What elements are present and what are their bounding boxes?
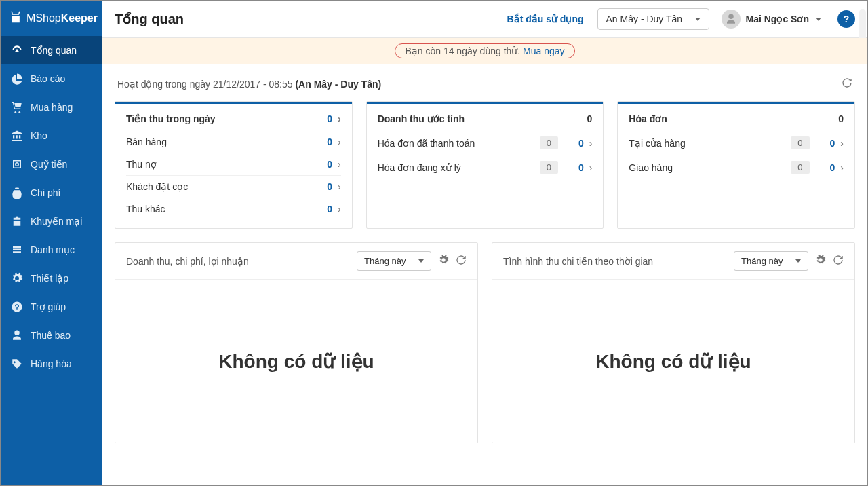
tag-icon [10, 358, 24, 370]
sidebar-item-overview[interactable]: Tổng quan [1, 36, 102, 64]
card-row[interactable]: Bán hàng0› [126, 131, 341, 153]
chevron-right-icon[interactable]: › [338, 113, 341, 124]
sidebar-item-label: Tổng quan [31, 45, 77, 56]
sidebar-item-label: Kho [31, 130, 47, 141]
sidebar-item-label: Hàng hóa [31, 358, 72, 369]
empty-state: Không có dữ liệu [595, 350, 751, 373]
chevron-down-icon [795, 259, 801, 263]
brand: MShopKeeper [1, 1, 102, 36]
card-row[interactable]: Giao hàng00› [629, 155, 844, 179]
chevron-down-icon [816, 18, 821, 21]
card-value: 0 [838, 113, 844, 124]
store-selector[interactable]: An Mây - Duy Tân [597, 8, 709, 30]
row-value: 0 [327, 204, 332, 214]
sidebar-item-catalog[interactable]: Danh mục [1, 236, 102, 264]
period-select[interactable]: Tháng này [734, 251, 808, 271]
chevron-right-icon: › [589, 162, 593, 173]
row-value: 0 [578, 138, 584, 149]
row-label: Hóa đơn đã thanh toán [378, 138, 540, 149]
sidebar-item-label: Thuê bao [31, 330, 71, 341]
sidebar-item-label: Thiết lập [31, 273, 68, 284]
refresh-icon[interactable] [833, 255, 844, 267]
sidebar-item-purchase[interactable]: Mua hàng [1, 93, 102, 122]
gear-icon[interactable] [438, 255, 449, 267]
card-income: Tiền thu trong ngày 0 › Bán hàng0›Thu nợ… [115, 101, 353, 229]
row-badge: 0 [791, 136, 809, 149]
sidebar-item-expense[interactable]: Chi phí [1, 179, 102, 207]
sidebar-item-label: Quỹ tiền [31, 159, 67, 170]
activity-store: (An Mây - Duy Tân) [295, 79, 381, 90]
header: Tổng quan Bắt đầu sử dụng An Mây - Duy T… [102, 1, 867, 38]
row-value: 0 [578, 162, 584, 173]
sidebar-item-label: Danh mục [31, 244, 75, 255]
sidebar-item-label: Khuyến mại [31, 216, 82, 227]
sidebar-item-reports[interactable]: Báo cáo [1, 64, 102, 93]
row-label: Khách đặt cọc [126, 181, 327, 192]
card-title: Doanh thu ước tính [378, 113, 465, 124]
panel-title: Tình hình thu chi tiền theo thời gian [503, 256, 653, 267]
period-select[interactable]: Tháng này [357, 251, 431, 271]
brand-icon [9, 10, 22, 26]
sidebar-item-label: Mua hàng [31, 102, 73, 113]
chevron-right-icon: › [840, 162, 844, 173]
store-name: An Mây - Duy Tân [606, 14, 683, 24]
chevron-right-icon: › [338, 204, 341, 214]
sidebar-item-label: Báo cáo [31, 73, 65, 84]
sidebar-item-help[interactable]: Trợ giúp [1, 293, 102, 321]
panel-cashflow-chart: Tình hình thu chi tiền theo thời gian Th… [492, 242, 855, 443]
chevron-right-icon: › [338, 159, 341, 170]
card-row[interactable]: Thu khác0› [126, 198, 341, 220]
row-value: 0 [830, 138, 835, 149]
chevron-right-icon: › [338, 181, 341, 192]
list-icon [10, 244, 24, 256]
chevron-right-icon: › [338, 136, 341, 147]
card-invoice: Hóa đơn 0 Tại cửa hàng00›Giao hàng00› [617, 101, 855, 229]
sidebar-item-label: Chi phí [31, 187, 60, 198]
start-using-link[interactable]: Bắt đầu sử dụng [507, 14, 584, 24]
refresh-icon[interactable] [842, 77, 852, 90]
card-row[interactable]: Tại cửa hàng00› [629, 131, 844, 155]
chevron-down-icon [418, 259, 424, 263]
safe-icon [10, 158, 24, 170]
activity-line: Hoạt động trong ngày 21/12/2017 - 08:55 … [115, 73, 855, 101]
row-label: Hóa đơn đang xử lý [378, 162, 540, 173]
page-title: Tổng quan [115, 11, 184, 27]
sidebar-item-subscription[interactable]: Thuê bao [1, 321, 102, 350]
card-title: Tiền thu trong ngày [126, 113, 216, 124]
gear-icon[interactable] [815, 255, 826, 267]
sidebar-item-warehouse[interactable]: Kho [1, 122, 102, 150]
help-button[interactable]: ? [837, 10, 855, 28]
sidebar-item-settings[interactable]: Thiết lập [1, 264, 102, 293]
card-row[interactable]: Hóa đơn đang xử lý00› [378, 155, 593, 179]
card-value: 0 [587, 113, 593, 124]
content-area: Bạn còn 14 ngày dùng thử. Mua ngay Hoạt … [102, 38, 867, 485]
sidebar-item-goods[interactable]: Hàng hóa [1, 350, 102, 378]
card-value: 0 [327, 113, 332, 124]
pie-icon [10, 73, 24, 85]
refresh-icon[interactable] [456, 255, 467, 267]
panel-title: Doanh thu, chi phí, lợi nhuận [126, 256, 249, 267]
brand-suffix: Keeper [61, 12, 98, 24]
row-label: Thu khác [126, 204, 327, 214]
row-value: 0 [830, 162, 835, 173]
gauge-icon [10, 44, 24, 56]
card-revenue: Doanh thu ước tính 0 Hóa đơn đã thanh to… [366, 101, 604, 229]
row-badge: 0 [540, 161, 558, 174]
sidebar-item-promotion[interactable]: Khuyến mại [1, 207, 102, 236]
sidebar-item-label: Trợ giúp [31, 301, 66, 312]
row-label: Giao hàng [629, 162, 791, 173]
cart-icon [10, 101, 24, 113]
row-value: 0 [327, 181, 332, 192]
help-icon [10, 301, 24, 313]
main-nav: Tổng quanBáo cáoMua hàngKhoQuỹ tiềnChi p… [1, 36, 102, 378]
card-row[interactable]: Thu nợ0› [126, 153, 341, 175]
buy-now-link[interactable]: Mua ngay [523, 45, 564, 56]
sidebar-item-fund[interactable]: Quỹ tiền [1, 150, 102, 179]
row-value: 0 [327, 136, 332, 147]
card-title: Hóa đơn [629, 113, 667, 124]
card-row[interactable]: Khách đặt cọc0› [126, 175, 341, 198]
chevron-right-icon: › [840, 138, 844, 149]
trial-text: Bạn còn 14 ngày dùng thử. [405, 45, 523, 56]
user-menu[interactable]: Mai Ngọc Sơn [722, 10, 821, 29]
card-row[interactable]: Hóa đơn đã thanh toán00› [378, 131, 593, 155]
